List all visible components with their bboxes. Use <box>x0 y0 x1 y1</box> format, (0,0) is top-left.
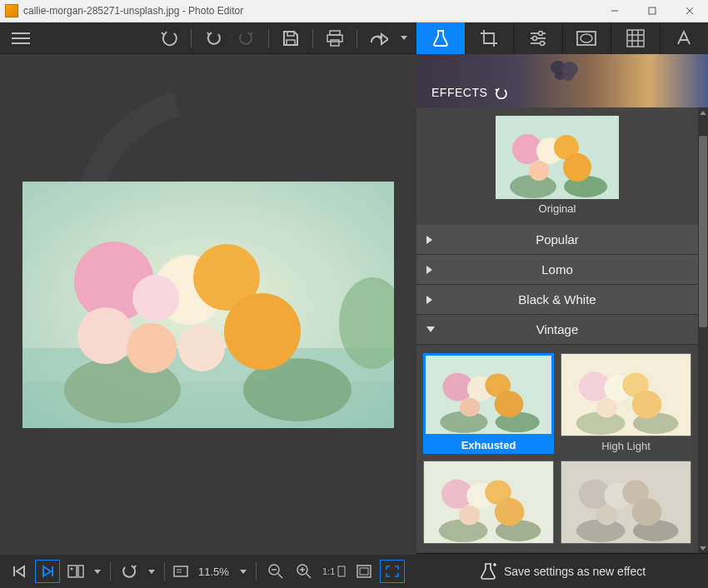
rotate-dropdown[interactable] <box>146 570 157 574</box>
separator <box>356 29 357 47</box>
effect-thumb <box>423 353 554 436</box>
separator <box>191 29 192 47</box>
svg-point-57 <box>562 72 574 81</box>
fit-screen-button[interactable] <box>352 560 376 583</box>
svg-rect-29 <box>78 566 83 577</box>
browse-dropdown[interactable] <box>92 570 103 574</box>
actual-size-button[interactable]: 1:1 <box>320 560 348 583</box>
scroll-up-button[interactable] <box>698 107 708 117</box>
separator <box>256 562 257 581</box>
save-as-effect-label: Save settings as new effect <box>504 565 646 578</box>
share-button[interactable] <box>365 26 393 51</box>
effects-header-label: EFFECTS <box>431 86 487 99</box>
category-label: Popular <box>536 232 579 247</box>
svg-rect-11 <box>331 40 339 46</box>
svg-text:1:1: 1:1 <box>322 566 335 576</box>
svg-rect-8 <box>287 32 294 36</box>
separator <box>110 562 111 581</box>
category-popular[interactable]: Popular <box>416 225 698 255</box>
image-preview <box>22 182 394 428</box>
text-icon <box>675 29 693 47</box>
original-label: Original <box>425 202 690 215</box>
svg-point-81 <box>596 398 617 418</box>
tab-texture[interactable] <box>611 22 661 54</box>
effect-highlight[interactable]: High Light <box>561 353 691 454</box>
effect-item[interactable] <box>561 461 691 544</box>
caret-right-icon <box>426 236 432 244</box>
scrollbar-thumb[interactable] <box>699 136 707 327</box>
tool-tabs <box>416 22 708 54</box>
svg-point-23 <box>224 293 301 370</box>
flask-plus-icon <box>479 562 497 581</box>
zoom-in-button[interactable] <box>292 560 317 583</box>
effects-header: EFFECTS <box>416 54 708 107</box>
redo-step-button[interactable] <box>232 26 261 51</box>
save-button[interactable] <box>277 26 305 51</box>
svg-point-24 <box>178 325 225 371</box>
grid-icon <box>626 29 645 47</box>
zoom-out-button[interactable] <box>263 560 288 583</box>
scrollbar[interactable] <box>698 107 708 553</box>
effect-exhausted[interactable]: Exhausted <box>423 353 554 454</box>
effect-label: Exhausted <box>423 436 554 454</box>
reset-effects-button[interactable] <box>494 87 507 99</box>
category-label: Vintage <box>536 322 579 336</box>
crop-icon <box>480 29 498 47</box>
svg-rect-53 <box>627 30 644 47</box>
save-as-effect-button[interactable]: Save settings as new effect <box>416 553 708 588</box>
canvas-area[interactable] <box>0 54 416 555</box>
svg-point-65 <box>529 161 549 181</box>
svg-point-48 <box>532 37 536 41</box>
svg-rect-42 <box>338 566 345 576</box>
undo-button[interactable] <box>155 26 183 51</box>
tab-adjust[interactable] <box>514 22 563 54</box>
next-image-button[interactable] <box>35 560 60 583</box>
tab-text[interactable] <box>661 22 709 54</box>
effect-item[interactable] <box>423 461 554 544</box>
zoom-dropdown[interactable] <box>237 570 249 574</box>
rotate-button[interactable] <box>117 560 142 583</box>
caret-down-icon <box>426 326 435 332</box>
caret-right-icon <box>426 266 432 274</box>
print-button[interactable] <box>321 26 349 51</box>
maximize-button[interactable] <box>633 0 671 22</box>
browse-images-button[interactable] <box>63 560 88 583</box>
svg-point-80 <box>632 391 662 418</box>
tab-effects[interactable] <box>416 22 466 54</box>
zoom-readout: 11.5% <box>193 566 234 578</box>
category-black-white[interactable]: Black & White <box>416 285 698 315</box>
scroll-down-button[interactable] <box>698 543 708 553</box>
prev-image-button[interactable] <box>7 560 32 583</box>
main-toolbar <box>0 22 416 54</box>
minimize-button[interactable] <box>596 0 633 22</box>
share-dropdown[interactable] <box>398 36 410 40</box>
effect-label: High Light <box>561 440 691 452</box>
titlebar: callie-morgan-285271-unsplash.jpg - Phot… <box>0 0 708 22</box>
close-button[interactable] <box>671 0 708 22</box>
tab-crop[interactable] <box>466 22 515 54</box>
svg-point-50 <box>540 42 544 46</box>
category-lomo[interactable]: Lomo <box>416 255 698 285</box>
tab-frame[interactable] <box>563 22 612 54</box>
svg-rect-28 <box>68 566 77 577</box>
svg-line-36 <box>278 574 282 578</box>
menu-button[interactable] <box>7 26 35 51</box>
original-preview[interactable]: Original <box>416 107 698 225</box>
undo-step-button[interactable] <box>199 26 227 51</box>
effect-thumb <box>561 353 691 436</box>
svg-point-30 <box>71 568 73 571</box>
svg-point-20 <box>127 323 177 373</box>
tools-pane: EFFECTS <box>416 22 708 588</box>
effect-thumb <box>423 461 554 544</box>
svg-point-73 <box>460 398 480 417</box>
svg-point-97 <box>596 506 617 526</box>
svg-point-64 <box>563 153 591 182</box>
svg-point-96 <box>632 498 662 526</box>
fit-window-button[interactable] <box>380 560 405 583</box>
svg-rect-31 <box>174 566 187 576</box>
separator <box>164 562 165 581</box>
category-vintage[interactable]: Vintage <box>416 315 698 345</box>
svg-point-89 <box>459 506 480 526</box>
zoom-preset-button[interactable] <box>172 560 190 583</box>
svg-rect-43 <box>357 566 371 577</box>
